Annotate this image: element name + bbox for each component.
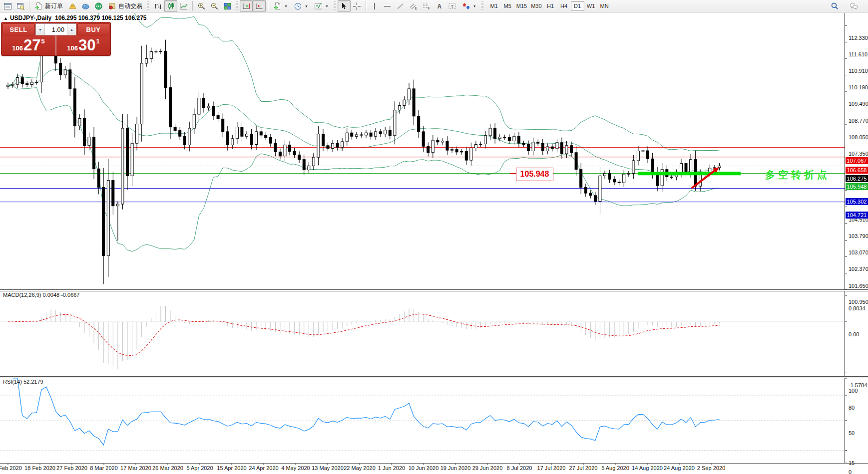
symbol-search-button[interactable] bbox=[828, 0, 841, 12]
vertical-line-button[interactable] bbox=[368, 0, 381, 12]
periods-button[interactable]: ▼ bbox=[291, 0, 311, 12]
price-tick-label: 103.790 bbox=[849, 233, 868, 239]
gold-ingot-button[interactable] bbox=[66, 0, 79, 12]
sell-price[interactable]: 106 27 5 bbox=[1, 35, 55, 55]
timeframe-button-MN[interactable]: MN bbox=[598, 1, 611, 11]
price-tick-label: 110.910 bbox=[849, 68, 868, 74]
volume-decrease-button[interactable]: ▼ bbox=[36, 24, 45, 35]
arrows-button[interactable]: ▼ bbox=[459, 0, 479, 12]
tile-windows-button[interactable] bbox=[221, 0, 234, 12]
price-tick-label: 104.510 bbox=[849, 217, 868, 223]
price-note-box[interactable]: 105.948 bbox=[516, 168, 553, 181]
new-order-label: 新订单 bbox=[45, 2, 63, 10]
macd-pane-separator[interactable] bbox=[0, 289, 868, 291]
date-label: 17 Mar 2020 bbox=[117, 465, 154, 471]
svg-text:T: T bbox=[451, 3, 454, 8]
date-label: 10 Jun 2020 bbox=[405, 465, 442, 471]
gold-ingot-icon bbox=[68, 2, 77, 10]
date-label: 2 Sep 2020 bbox=[693, 465, 730, 471]
price-tick-label: 102.370 bbox=[849, 266, 868, 272]
one-click-trading-panel: SELL ▼ 1.00 ▲ BUY 106 27 5 106 30 bbox=[1, 22, 111, 56]
timeframe-button-W1[interactable]: W1 bbox=[584, 1, 598, 11]
text-label-button[interactable]: T bbox=[446, 0, 459, 12]
buy-button[interactable]: BUY bbox=[77, 23, 109, 35]
toolbar-separator bbox=[29, 1, 29, 11]
date-label: 24 Aug 2020 bbox=[661, 465, 698, 471]
buy-price-main: 30 bbox=[78, 36, 95, 55]
chart-shift-button[interactable] bbox=[253, 0, 266, 12]
date-label: 27 Jul 2020 bbox=[565, 465, 602, 471]
profiles-icon bbox=[16, 2, 25, 10]
timeframe-button-M5[interactable]: M5 bbox=[501, 1, 514, 11]
signal-icon bbox=[94, 2, 103, 10]
chart-region: 112.330111.610110.910110.190109.490108.7… bbox=[0, 13, 868, 474]
crosshair-button[interactable] bbox=[351, 0, 364, 12]
date-label: 17 Jul 2020 bbox=[533, 465, 570, 471]
chart-canvas[interactable] bbox=[0, 0, 868, 474]
equidistant-channel-button[interactable]: E bbox=[407, 0, 420, 12]
new-chart-button[interactable] bbox=[1, 0, 14, 12]
zoom-out-button[interactable] bbox=[208, 0, 221, 12]
price-tick-label: 101.650 bbox=[849, 283, 868, 289]
svg-text:A: A bbox=[437, 3, 442, 10]
auto-scroll-button[interactable] bbox=[240, 0, 253, 12]
timeframe-button-D1[interactable]: D1 bbox=[571, 1, 584, 11]
autotrading-button[interactable]: 自动交易 bbox=[105, 0, 145, 12]
profiles-button[interactable] bbox=[14, 0, 27, 12]
zoom-in-button[interactable] bbox=[195, 0, 208, 12]
sell-button[interactable]: SELL bbox=[2, 23, 34, 35]
dropdown-caret-icon: ▼ bbox=[473, 4, 476, 8]
fibonacci-button[interactable]: F bbox=[420, 0, 433, 12]
indicators-button[interactable]: ▼ bbox=[311, 0, 332, 12]
price-axis-border bbox=[845, 13, 845, 463]
timeframe-button-M30[interactable]: M30 bbox=[529, 1, 543, 11]
bar-chart-button[interactable] bbox=[151, 0, 164, 12]
price-tick-label: 110.190 bbox=[849, 84, 868, 90]
price-tick-label: 100.950 bbox=[849, 299, 868, 305]
toolbar: 新订单 自动交易 bbox=[0, 0, 868, 12]
price-tick-label: 108.050 bbox=[849, 134, 868, 140]
clock-icon bbox=[294, 2, 302, 10]
trend-annotation-text[interactable]: 多空转折点 bbox=[765, 168, 830, 182]
macd-axis-label: -1.5784 bbox=[849, 382, 867, 388]
macd-axis-label: 0.00 bbox=[849, 331, 859, 337]
date-label: 24 Apr 2020 bbox=[245, 465, 282, 471]
chart-window-icon bbox=[3, 2, 12, 10]
candlestick-chart-button[interactable] bbox=[164, 0, 177, 12]
timeframe-button-H4[interactable]: H4 bbox=[557, 1, 571, 11]
fibonacci-icon: F bbox=[422, 2, 431, 10]
price-tick-label: 112.330 bbox=[849, 35, 868, 41]
date-label: 5 Apr 2020 bbox=[181, 465, 218, 471]
arrows-icon bbox=[462, 2, 470, 10]
buy-price[interactable]: 106 30 1 bbox=[56, 35, 110, 55]
volume-increase-button[interactable]: ▲ bbox=[67, 24, 76, 35]
rsi-pane-separator[interactable] bbox=[0, 376, 868, 378]
toolbar-grip bbox=[334, 1, 336, 10]
line-chart-button[interactable] bbox=[177, 0, 190, 12]
new-order-button[interactable]: 新订单 bbox=[31, 0, 66, 12]
cursor-button[interactable] bbox=[338, 0, 351, 12]
timeframe-button-M15[interactable]: M15 bbox=[514, 1, 529, 11]
date-label: 18 Feb 2020 bbox=[21, 465, 58, 471]
signals-button[interactable] bbox=[92, 0, 105, 12]
timeframe-button-H1[interactable]: H1 bbox=[544, 1, 557, 11]
ohlc-values: 106.295 106.379 106.125 106.275 bbox=[55, 14, 147, 21]
date-label: 4 May 2020 bbox=[277, 465, 314, 471]
mql5-community-button[interactable] bbox=[79, 0, 92, 12]
volume-input[interactable]: 1.00 bbox=[45, 24, 67, 35]
text-button[interactable]: A bbox=[433, 0, 446, 12]
timeframe-button-M1[interactable]: M1 bbox=[487, 1, 501, 11]
trendline-button[interactable] bbox=[394, 0, 407, 12]
toolbar-separator bbox=[268, 1, 268, 11]
mt4-window: 新订单 自动交易 bbox=[0, 0, 868, 474]
horizontal-line-button[interactable] bbox=[381, 0, 394, 12]
template-icon bbox=[273, 2, 282, 10]
chat-button[interactable] bbox=[847, 0, 860, 12]
macd-indicator-label: MACD(12,26,9) 0.0048 -0.0667 bbox=[3, 292, 79, 298]
collapse-panel-arrow-icon[interactable]: ▲ bbox=[3, 16, 8, 21]
timeframe-toolbar: M1M5M15M30H1H4D1W1MN bbox=[487, 1, 611, 11]
new-template-button[interactable]: ▼ bbox=[270, 0, 291, 12]
date-label: 8 Mar 2020 bbox=[85, 465, 122, 471]
labels-overlay: 112.330111.610110.910110.190109.490108.7… bbox=[0, 0, 868, 474]
rsi-axis-label: 0 bbox=[849, 469, 852, 474]
